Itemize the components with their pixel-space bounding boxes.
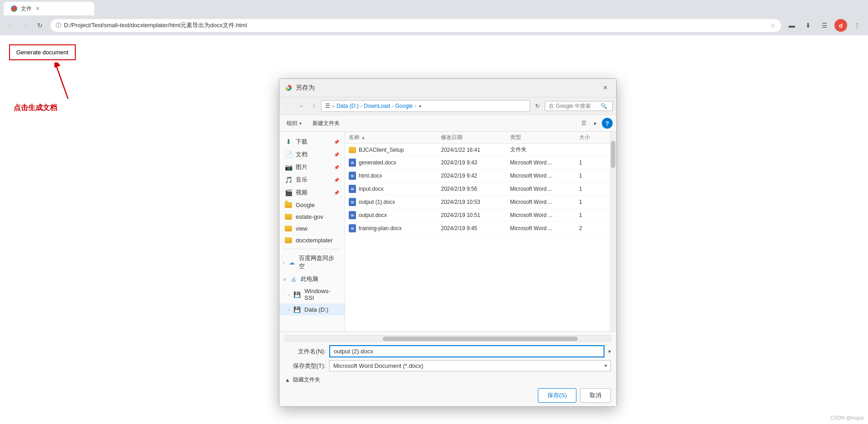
reload-button[interactable]: ↻ xyxy=(34,19,46,32)
table-row[interactable]: BJCAClient_Setup 2024/1/22 16:41 文件夹 xyxy=(345,144,610,156)
sidebar-windows-ssd-label: Windows-SSI xyxy=(304,288,339,301)
file-type-cell: Microsoft Word ... xyxy=(510,212,579,218)
sidebar-item-images[interactable]: 📷 图片 📌 xyxy=(279,161,345,173)
table-row[interactable]: generated.docx 2024/2/19 9:43 Microsoft … xyxy=(345,156,610,169)
scrollbar[interactable] xyxy=(610,132,616,331)
sidebar-documents-label: 文档 xyxy=(296,150,307,159)
sidebar-item-data-d[interactable]: › 💾 Data (D:) xyxy=(279,304,345,315)
sidebar-item-docxtemplater[interactable]: docxtemplater xyxy=(279,234,345,246)
address-bar[interactable]: ⓘ D:/Project/Test/small-test/docxtemplat… xyxy=(50,18,782,33)
search-icon[interactable]: 🔍 xyxy=(600,103,607,109)
table-row[interactable]: training-plan.docx 2024/2/19 9:45 Micros… xyxy=(345,222,610,235)
sidebar-item-download[interactable]: ⬇ 下载 📌 xyxy=(279,135,345,148)
hidden-files-expand-icon[interactable]: ▲ xyxy=(285,377,290,383)
file-type-cell: Microsoft Word ... xyxy=(510,199,579,205)
hidden-files-row: ▲ 隐藏文件夹 xyxy=(285,374,611,385)
file-name-cell: output (1).docx xyxy=(349,198,441,206)
file-name-text: generated.docx xyxy=(359,159,396,166)
music-icon: 🎵 xyxy=(285,176,292,183)
table-row[interactable]: output.docx 2024/2/19 10:51 Microsoft Wo… xyxy=(345,209,610,222)
download-button[interactable]: ⬇ xyxy=(802,19,814,32)
view-list-button[interactable]: ☰ xyxy=(578,118,589,129)
breadcrumb-google[interactable]: Google xyxy=(395,103,413,109)
video-icon: 🎬 xyxy=(285,189,292,196)
file-name-cell: html.docx xyxy=(349,172,441,180)
dialog-refresh-button[interactable]: ↻ xyxy=(532,101,543,111)
browser-tab[interactable]: 文件 ✕ xyxy=(4,2,94,15)
this-pc-expand-icon: ∨ xyxy=(283,277,286,282)
horizontal-scrollbar[interactable] xyxy=(285,335,611,342)
docx-icon xyxy=(349,198,356,206)
sidebar-divider xyxy=(283,249,341,249)
sidebar-item-view[interactable]: view xyxy=(279,222,345,234)
file-type-cell: Microsoft Word ... xyxy=(510,186,579,192)
dialog-sidebar: ⬇ 下载 📌 📄 文档 📌 📷 图片 📌 🎵 音乐 📌 xyxy=(279,132,345,331)
sidebar-item-google[interactable]: Google xyxy=(279,199,345,211)
file-size-cell: 1 xyxy=(579,159,606,166)
data-d-expand-icon: › xyxy=(288,307,290,312)
file-date-cell: 2024/2/19 10:53 xyxy=(441,199,510,205)
sidebar-item-windows-ssd[interactable]: › 💾 Windows-SSI xyxy=(279,285,345,304)
generate-document-button[interactable]: Generate document xyxy=(9,44,76,60)
search-input[interactable] xyxy=(549,103,599,109)
col-date[interactable]: 修改日期 xyxy=(441,134,510,141)
filetype-select[interactable]: Microsoft Word Document (*.docx) xyxy=(329,360,611,371)
page-info-icon: ⓘ xyxy=(56,22,61,29)
scrollbar-thumb[interactable] xyxy=(611,141,615,168)
sidebar-item-music[interactable]: 🎵 音乐 📌 xyxy=(279,173,345,186)
dialog-close-button[interactable]: × xyxy=(600,82,611,93)
dialog-main: ⬇ 下载 📌 📄 文档 📌 📷 图片 📌 🎵 音乐 📌 xyxy=(279,132,616,331)
extensions-button[interactable]: ▬ xyxy=(785,19,798,32)
tab-close-btn[interactable]: ✕ xyxy=(35,5,40,12)
user-avatar[interactable]: d xyxy=(834,19,847,32)
table-row[interactable]: input.docx 2024/2/19 9:56 Microsoft Word… xyxy=(345,183,610,196)
more-button[interactable]: ⋮ xyxy=(851,19,863,32)
file-type-cell: 文件夹 xyxy=(510,146,579,154)
svg-line-1 xyxy=(57,67,68,99)
file-list-header: 名称 ▲ 修改日期 类型 大小 xyxy=(345,132,610,144)
sidebar-item-this-pc[interactable]: ∨ 🖨 此电脑 xyxy=(279,273,345,285)
breadcrumb-dropdown-btn[interactable]: ▾ xyxy=(419,104,421,109)
col-name-sort: ▲ xyxy=(361,135,366,140)
view-details-button[interactable]: ▸ xyxy=(590,118,601,129)
sidebar-item-documents[interactable]: 📄 文档 📌 xyxy=(279,148,345,161)
file-date-cell: 2024/2/19 10:51 xyxy=(441,212,510,218)
col-name-label: 名称 xyxy=(349,134,360,141)
data-d-icon: 💾 xyxy=(293,306,301,313)
file-name-text: training-plan.docx xyxy=(359,225,402,231)
table-row[interactable]: html.docx 2024/2/19 9:42 Microsoft Word … xyxy=(345,169,610,183)
table-row[interactable]: output (1).docx 2024/2/19 10:53 Microsof… xyxy=(345,196,610,209)
sidebar-pin-video: 📌 xyxy=(334,190,339,195)
breadcrumb-data-d[interactable]: Data (D:) xyxy=(336,103,359,109)
sidebar-item-baidu[interactable]: › ☁ 百度网盘同步空 xyxy=(279,252,345,273)
help-button[interactable]: ? xyxy=(602,118,613,129)
h-scrollbar-thumb[interactable] xyxy=(383,337,578,341)
dialog-back-button[interactable]: ← xyxy=(283,101,294,111)
sidebar-item-video[interactable]: 🎬 视频 📌 xyxy=(279,186,345,199)
sidebar-item-estate-gov[interactable]: estate-gov xyxy=(279,211,345,222)
filename-row: 文件名(N): ▾ xyxy=(285,345,611,357)
organize-button[interactable]: 组织 ▾ xyxy=(283,118,305,129)
col-size-label: 大小 xyxy=(579,134,590,141)
forward-button[interactable]: → xyxy=(19,19,32,32)
breadcrumb-download[interactable]: DownLoad xyxy=(364,103,390,109)
bookmark-icon[interactable]: ☆ xyxy=(770,22,776,29)
new-folder-button[interactable]: 新建文件夹 xyxy=(309,118,343,129)
dialog-forward-button[interactable]: → xyxy=(296,101,307,111)
profile-menu-button[interactable]: ☰ xyxy=(818,19,831,32)
save-button[interactable]: 保存(S) xyxy=(538,388,576,403)
dialog-up-button[interactable]: ↑ xyxy=(308,101,319,111)
sidebar-google-label: Google xyxy=(296,202,315,208)
folder-icon xyxy=(349,147,356,153)
col-size[interactable]: 大小 xyxy=(579,134,606,141)
sidebar-download-label: 下载 xyxy=(296,138,307,146)
filename-input[interactable] xyxy=(329,345,605,357)
sidebar-estate-gov-label: estate-gov xyxy=(296,213,323,220)
cancel-button[interactable]: 取消 xyxy=(580,388,611,403)
col-name[interactable]: 名称 ▲ xyxy=(349,134,441,141)
annotation-arrow xyxy=(54,63,82,99)
images-icon: 📷 xyxy=(285,164,292,171)
back-button[interactable]: ← xyxy=(5,19,17,32)
filename-dropdown-btn[interactable]: ▾ xyxy=(608,348,611,355)
col-type[interactable]: 类型 xyxy=(510,134,579,141)
